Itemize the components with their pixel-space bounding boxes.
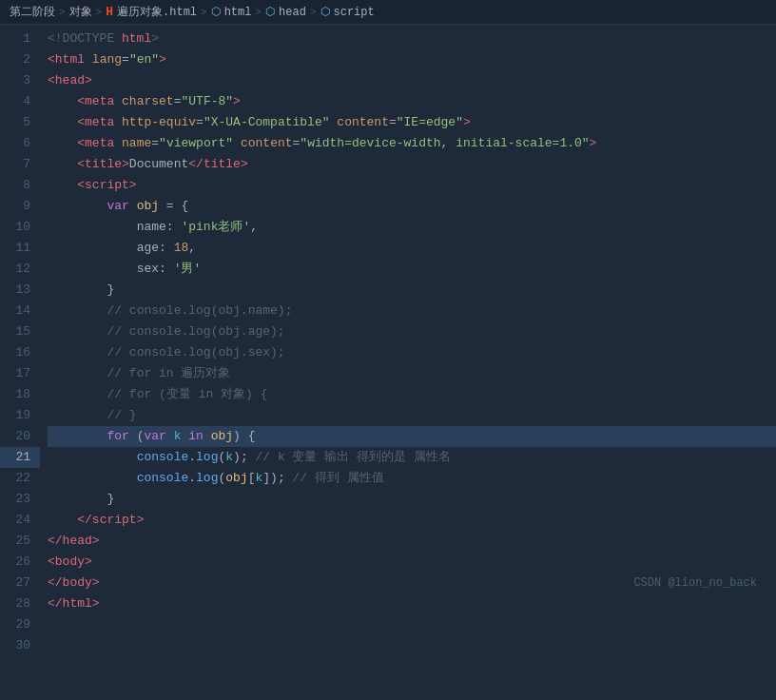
code-line: console.log(k); // k 变量 输出 得到的是 属性名 (48, 447, 776, 468)
code-line: } (48, 489, 776, 510)
code-line: // for in 遍历对象 (48, 363, 776, 384)
code-line: // console.log(obj.age); (48, 321, 776, 342)
breadcrumb-segment: 对象 (69, 4, 92, 20)
breadcrumb: 第二阶段 > 对象 > H 遍历对象.html > ⬡ html > ⬡ hea… (0, 0, 776, 25)
breadcrumb-segment: 遍历对象.html (117, 4, 197, 20)
code-line: <meta name="viewport" content="width=dev… (48, 133, 776, 154)
code-line: <body> (48, 552, 776, 573)
code-line: name: 'pink老师', (48, 217, 776, 238)
folder-icon: ⬡ (265, 5, 275, 19)
code-line: <meta http-equiv="X-UA-Compatible" conte… (48, 112, 776, 133)
breadcrumb-sep: > (310, 7, 317, 18)
watermark: CSDN @lion_no_back (633, 573, 757, 593)
code-line: <head> (48, 70, 776, 91)
code-editor: 12345 678910 1112131415 1617181920 21 22… (0, 25, 776, 700)
breadcrumb-sep: > (59, 7, 66, 18)
breadcrumb-segment: script (334, 6, 375, 19)
code-line: </body> CSDN @lion_no_back (48, 573, 776, 593)
breadcrumb-sep: > (201, 7, 207, 18)
code-line: </html> (48, 593, 776, 614)
code-line-active: for (var k in obj) { (48, 426, 776, 447)
code-line: <!DOCTYPE html> (48, 29, 776, 49)
code-line: <meta charset="UTF-8"> (48, 91, 776, 112)
code-line: var obj = { (48, 196, 776, 217)
code-content: <!DOCTYPE html> <html lang="en"> <head> … (40, 25, 776, 700)
code-line: // console.log(obj.name); (48, 301, 776, 321)
folder-icon: ⬡ (211, 5, 221, 19)
code-line: </head> (48, 531, 776, 552)
code-line: </script> (48, 510, 776, 531)
breadcrumb-sep: > (255, 7, 262, 18)
code-line: // } (48, 405, 776, 426)
line-numbers: 12345 678910 1112131415 1617181920 21 22… (0, 25, 40, 700)
code-line: } (48, 280, 776, 301)
breadcrumb-segment: head (279, 6, 306, 19)
code-line: console.log(obj[k]); // 得到 属性值 (48, 468, 776, 489)
code-line: <script> (48, 175, 776, 196)
html-icon: H (106, 5, 113, 19)
breadcrumb-sep: > (96, 7, 103, 18)
code-line: // console.log(obj.sex); (48, 342, 776, 363)
code-line: // for (变量 in 对象) { (48, 384, 776, 405)
code-line: <html lang="en"> (48, 49, 776, 70)
folder-icon: ⬡ (320, 5, 330, 19)
code-line: age: 18, (48, 238, 776, 259)
code-line: sex: '男' (48, 259, 776, 280)
breadcrumb-segment: html (224, 6, 252, 19)
code-line: <title>Document</title> (48, 154, 776, 175)
breadcrumb-segment: 第二阶段 (10, 4, 55, 20)
